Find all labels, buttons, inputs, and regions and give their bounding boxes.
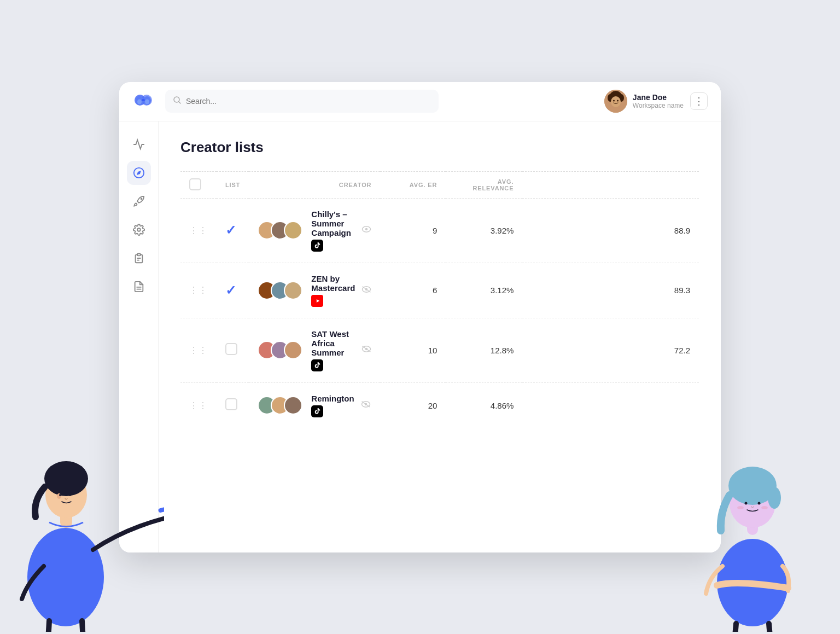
drag-handle[interactable]: ⋮⋮ [189,401,208,410]
creator-count: 20 [380,382,446,428]
th-list: LIST [217,171,249,198]
svg-point-51 [745,502,748,505]
th-checkbox [180,171,217,198]
illustration-right [681,380,824,634]
svg-point-15 [617,100,619,102]
row-checkbox[interactable] [225,398,237,410]
avatar [284,221,302,240]
drag-handle[interactable]: ⋮⋮ [189,346,208,355]
list-name: Remington [311,394,354,403]
list-cell: Remington [258,394,371,417]
list-cell: SAT West Africa Summer [258,329,371,371]
avg-er: 12.8% [446,318,522,382]
list-name-wrap: Remington [311,394,354,417]
list-name-wrap: ZEN by Mastercard [311,274,355,307]
avatar [284,341,302,359]
sidebar-item-launch[interactable] [127,189,151,213]
svg-point-19 [137,228,141,231]
svg-point-26 [365,228,368,231]
svg-rect-44 [158,501,164,513]
drag-handle[interactable]: ⋮⋮ [189,226,208,235]
avg-relevance [522,382,699,428]
svg-line-8 [179,102,181,104]
avatar-stack [258,281,302,300]
user-text: Jane Doe Workspace name [633,93,684,109]
user-name: Jane Doe [633,93,684,102]
list-name-wrap: Chilly's – Summer Campaign [311,210,355,252]
sidebar-item-tasks[interactable] [127,246,151,270]
main-content: Creator lists LIST CREATOR AVG. ER AVG. … [159,121,721,552]
row-checkbox[interactable] [225,343,237,355]
sidebar-item-settings[interactable] [127,218,151,242]
svg-point-43 [69,494,71,496]
search-icon [173,96,182,107]
topbar: Jane Doe Workspace name ⋮ [119,82,721,121]
select-all-checkbox[interactable] [189,178,201,190]
avg-relevance: 72.2 [522,318,699,382]
row-checkbox[interactable]: ✓ [225,223,236,237]
table-row: ⋮⋮ Remington 204.86% [180,382,699,428]
svg-rect-20 [137,253,141,255]
list-name: ZEN by Mastercard [311,274,355,293]
creator-count: 10 [380,318,446,382]
drag-handle[interactable]: ⋮⋮ [189,286,208,295]
workspace-name: Workspace name [633,102,684,109]
list-name: SAT West Africa Summer [311,329,355,357]
avg-er: 4.86% [446,382,522,428]
svg-point-50 [768,487,781,509]
th-avg-er: AVG. ER [380,171,446,198]
avatar-stack [258,396,302,415]
list-cell: Chilly's – Summer Campaign [258,210,371,252]
search-bar[interactable] [165,90,439,113]
main-window: Jane Doe Workspace name ⋮ [119,82,721,552]
svg-rect-4 [142,99,145,101]
svg-point-42 [59,494,61,496]
app-logo [132,90,154,112]
window-body: Creator lists LIST CREATOR AVG. ER AVG. … [119,121,721,552]
svg-point-14 [613,100,615,102]
avg-relevance: 88.9 [522,198,699,263]
youtube-badge [311,295,323,307]
table-row: ⋮⋮ SAT West Africa Summer 1012.8%72.2 [180,318,699,382]
svg-point-18 [141,198,142,199]
avg-relevance: 89.3 [522,263,699,318]
avg-er: 3.92% [446,198,522,263]
svg-point-5 [137,100,142,104]
row-checkbox[interactable]: ✓ [225,283,236,298]
svg-point-52 [758,502,761,505]
user-info: Jane Doe Workspace name [604,90,684,113]
list-name-wrap: SAT West Africa Summer [311,329,355,371]
th-avg-relevance: AVG. RELEVANCE [446,171,522,198]
illustration-left [0,369,164,634]
avatar [284,396,302,415]
sidebar-item-activity[interactable] [127,132,151,156]
th-creator: CREATOR [249,171,380,198]
visibility-strikethrough-icon[interactable] [361,286,371,295]
avg-er: 3.12% [446,263,522,318]
sidebar-item-discover[interactable] [127,161,151,185]
svg-point-37 [27,528,104,626]
page-title: Creator lists [180,139,699,156]
avatar-stack [258,221,302,240]
list-cell: ZEN by Mastercard [258,274,371,307]
avatar [284,281,302,300]
visibility-icon[interactable] [361,225,371,235]
more-options-button[interactable]: ⋮ [690,92,708,110]
svg-point-40 [44,461,88,496]
creator-count: 6 [380,263,446,318]
sidebar-item-notes[interactable] [127,275,151,299]
tiktok-badge [311,240,323,252]
svg-marker-17 [137,171,141,175]
visibility-strikethrough-icon[interactable] [361,400,371,410]
tiktok-badge [311,405,323,417]
search-input[interactable] [186,97,431,106]
table-row: ⋮⋮✓ Chilly's – Summer Campaign 93.92%88.… [180,198,699,263]
topbar-right: Jane Doe Workspace name ⋮ [604,90,708,113]
avatar [604,90,627,113]
avatar-stack [258,341,302,359]
table-row: ⋮⋮✓ ZEN by Mastercard 63.12%89.3 [180,263,699,318]
svg-point-6 [145,100,149,104]
creator-table: LIST CREATOR AVG. ER AVG. RELEVANCE ⋮⋮✓ … [180,171,699,428]
list-name: Chilly's – Summer Campaign [311,210,355,237]
visibility-strikethrough-icon[interactable] [361,345,371,355]
